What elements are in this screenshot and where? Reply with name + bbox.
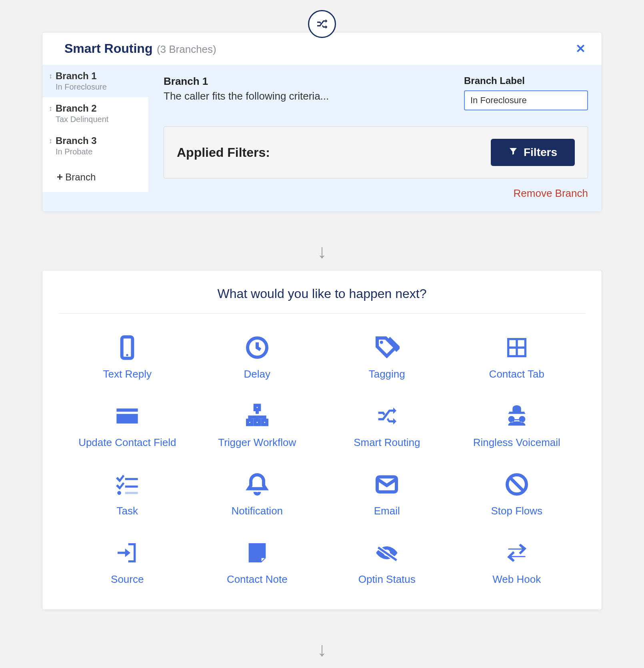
action-update-contact-field[interactable]: Update Contact Field bbox=[66, 402, 188, 449]
action-task[interactable]: Task bbox=[66, 470, 188, 517]
branch-label-caption: Branch Label bbox=[464, 75, 588, 86]
smart-routing-card: Smart Routing (3 Branches) ✕ ↕ Branch 1 … bbox=[42, 32, 602, 212]
svg-rect-7 bbox=[262, 420, 267, 425]
swap-icon bbox=[503, 539, 531, 567]
smart-routing-body: ↕ Branch 1 In Foreclosure ↕ Branch 2 Tax… bbox=[42, 65, 602, 212]
add-branch-label: Branch bbox=[65, 172, 96, 183]
branch-sublabel: In Foreclosure bbox=[56, 82, 107, 92]
action-label: Email bbox=[374, 505, 400, 517]
action-label: Notification bbox=[231, 505, 283, 517]
applied-filters-panel: Applied Filters: Filters bbox=[164, 126, 588, 178]
smart-routing-subtitle: (3 Branches) bbox=[157, 43, 216, 55]
action-label: Ringless Voicemail bbox=[473, 436, 560, 449]
svg-rect-9 bbox=[125, 492, 138, 494]
arrow-down-icon: ↓ bbox=[317, 242, 327, 261]
drag-handle-icon[interactable]: ↕ bbox=[49, 104, 52, 113]
smart-routing-node-icon bbox=[308, 10, 336, 38]
action-contact-note[interactable]: Contact Note bbox=[196, 539, 318, 586]
action-ringless-voicemail[interactable]: Ringless Voicemail bbox=[456, 402, 578, 449]
next-action-heading: What would you like to happen next? bbox=[42, 270, 602, 313]
action-label: Tagging bbox=[369, 368, 405, 380]
action-label: Web Hook bbox=[492, 573, 541, 586]
branch-detail-desc: The caller fits the following criteria..… bbox=[164, 90, 329, 102]
action-label: Contact Tab bbox=[489, 368, 544, 380]
action-source[interactable]: Source bbox=[66, 539, 188, 586]
action-web-hook[interactable]: Web Hook bbox=[456, 539, 578, 586]
action-text-reply[interactable]: Text Reply bbox=[66, 334, 188, 380]
sitemap-icon bbox=[243, 402, 271, 430]
drag-handle-icon[interactable]: ↕ bbox=[49, 137, 52, 145]
add-branch-button[interactable]: + Branch bbox=[42, 162, 148, 192]
drag-handle-icon[interactable]: ↕ bbox=[49, 72, 52, 80]
action-stop-flows[interactable]: Stop Flows bbox=[456, 470, 578, 517]
smart-routing-title: Smart Routing bbox=[64, 41, 152, 56]
shuffle-icon bbox=[373, 402, 401, 430]
branch-sublabel: In Probate bbox=[56, 147, 97, 156]
action-grid: Text Reply Delay Tagging Contact Tab Upd bbox=[42, 314, 602, 610]
remove-branch-link[interactable]: Remove Branch bbox=[164, 187, 588, 200]
id-card-icon bbox=[113, 402, 141, 430]
eye-slash-icon bbox=[373, 539, 401, 567]
close-icon[interactable]: ✕ bbox=[576, 43, 586, 55]
filters-button-label: Filters bbox=[524, 146, 557, 159]
filter-icon bbox=[508, 146, 518, 159]
branch-label-input[interactable] bbox=[464, 90, 588, 110]
svg-point-3 bbox=[380, 341, 383, 344]
branch-sidebar: ↕ Branch 1 In Foreclosure ↕ Branch 2 Tax… bbox=[42, 65, 148, 212]
branch-sublabel: Tax Delinquent bbox=[56, 115, 108, 124]
branch-detail-title: Branch 1 bbox=[164, 75, 329, 88]
action-label: Source bbox=[111, 573, 144, 586]
tags-icon bbox=[373, 334, 401, 362]
filters-button[interactable]: Filters bbox=[491, 139, 575, 166]
branch-name: Branch 1 bbox=[56, 70, 107, 82]
branch-name: Branch 2 bbox=[56, 103, 108, 114]
action-label: Delay bbox=[244, 368, 270, 380]
action-email[interactable]: Email bbox=[326, 470, 448, 517]
action-delay[interactable]: Delay bbox=[196, 334, 318, 380]
svg-point-8 bbox=[117, 491, 121, 495]
branch-detail: Branch 1 The caller fits the following c… bbox=[148, 65, 602, 212]
action-label: Optin Status bbox=[358, 573, 416, 586]
plus-icon: + bbox=[57, 171, 63, 183]
branch-name: Branch 3 bbox=[56, 135, 97, 146]
action-label: Contact Note bbox=[227, 573, 288, 586]
action-contact-tab[interactable]: Contact Tab bbox=[456, 334, 578, 380]
next-action-card: What would you like to happen next? Text… bbox=[42, 270, 602, 610]
action-optin-status[interactable]: Optin Status bbox=[326, 539, 448, 586]
svg-point-1 bbox=[126, 354, 128, 356]
envelope-icon bbox=[373, 470, 401, 498]
branch-item-3[interactable]: ↕ Branch 3 In Probate bbox=[42, 130, 148, 162]
checklist-icon bbox=[113, 470, 141, 498]
login-icon bbox=[113, 539, 141, 567]
action-label: Update Contact Field bbox=[78, 436, 176, 449]
action-trigger-workflow[interactable]: Trigger Workflow bbox=[196, 402, 318, 449]
svg-rect-6 bbox=[255, 420, 259, 425]
action-label: Task bbox=[117, 505, 138, 517]
note-icon bbox=[243, 539, 271, 567]
branch-item-2[interactable]: ↕ Branch 2 Tax Delinquent bbox=[42, 97, 148, 130]
action-label: Text Reply bbox=[103, 368, 152, 380]
ban-icon bbox=[503, 470, 531, 498]
bell-icon bbox=[243, 470, 271, 498]
action-label: Stop Flows bbox=[491, 505, 542, 517]
table-icon bbox=[503, 334, 531, 362]
clock-icon bbox=[243, 334, 271, 362]
svg-rect-5 bbox=[248, 420, 252, 425]
spy-icon bbox=[503, 402, 531, 430]
action-tagging[interactable]: Tagging bbox=[326, 334, 448, 380]
action-smart-routing[interactable]: Smart Routing bbox=[326, 402, 448, 449]
phone-icon bbox=[113, 334, 141, 362]
applied-filters-title: Applied Filters: bbox=[177, 145, 270, 160]
branch-item-1[interactable]: ↕ Branch 1 In Foreclosure bbox=[42, 65, 148, 97]
action-notification[interactable]: Notification bbox=[196, 470, 318, 517]
arrow-down-icon: ↓ bbox=[317, 640, 327, 659]
action-label: Trigger Workflow bbox=[218, 436, 296, 449]
action-label: Smart Routing bbox=[354, 436, 420, 449]
svg-rect-4 bbox=[255, 405, 259, 410]
